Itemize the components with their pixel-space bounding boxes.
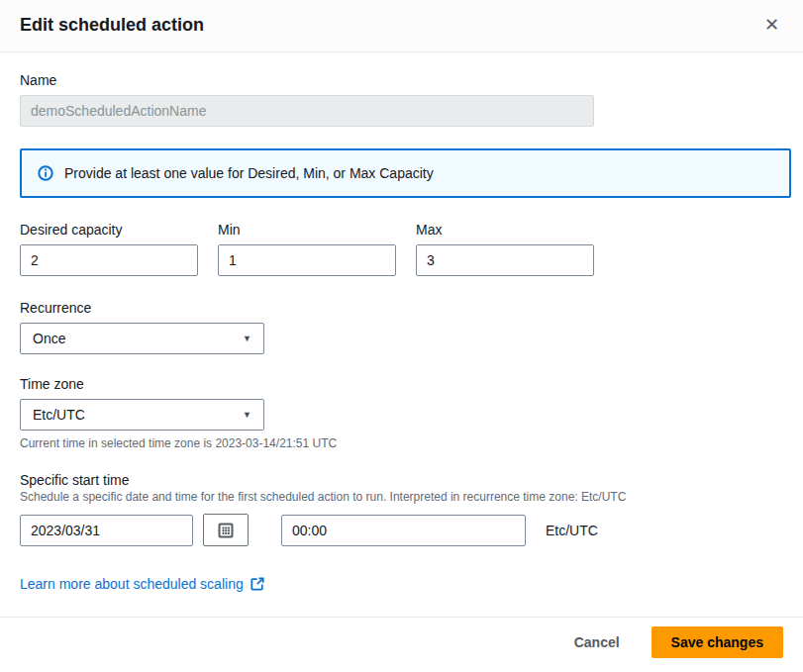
modal-footer: Cancel Save changes <box>0 617 803 672</box>
info-icon <box>38 165 53 181</box>
max-capacity-input[interactable] <box>416 244 594 276</box>
timezone-suffix-text: Etc/UTC <box>546 523 598 538</box>
cancel-button[interactable]: Cancel <box>570 628 624 656</box>
name-input <box>20 95 594 127</box>
start-time-description: Schedule a specific date and time for th… <box>20 490 783 504</box>
timezone-field-group: Time zone Etc/UTC ▼ Current time in sele… <box>20 376 783 450</box>
capacity-row: Desired capacity Min Max <box>20 222 783 276</box>
desired-capacity-input[interactable] <box>20 244 198 276</box>
max-capacity-field-group: Max <box>416 222 594 276</box>
calendar-icon <box>218 523 234 538</box>
modal-header: Edit scheduled action ✕ <box>0 0 803 52</box>
external-link-icon <box>251 577 264 591</box>
min-capacity-label: Min <box>218 222 396 238</box>
start-date-input[interactable] <box>20 515 193 546</box>
caret-down-icon: ▼ <box>243 411 251 420</box>
desired-capacity-label: Desired capacity <box>20 222 198 238</box>
recurrence-select[interactable]: Once ▼ <box>20 323 264 354</box>
learn-more-link[interactable]: Learn more about scheduled scaling <box>20 576 264 592</box>
close-button[interactable]: ✕ <box>760 12 783 38</box>
close-icon: ✕ <box>764 15 779 35</box>
recurrence-label: Recurrence <box>20 300 783 316</box>
modal-title: Edit scheduled action <box>20 15 204 36</box>
min-capacity-field-group: Min <box>218 222 396 276</box>
name-field-group: Name <box>20 72 783 127</box>
calendar-button[interactable] <box>203 514 249 546</box>
min-capacity-input[interactable] <box>218 244 396 276</box>
save-changes-button[interactable]: Save changes <box>652 626 783 658</box>
start-time-label: Specific start time <box>20 472 783 488</box>
desired-capacity-field-group: Desired capacity <box>20 222 198 276</box>
info-alert: Provide at least one value for Desired, … <box>20 148 791 198</box>
start-time-row: Etc/UTC <box>20 514 783 546</box>
timezone-selected-value: Etc/UTC <box>33 407 85 423</box>
start-time-field-group: Specific start time Schedule a specific … <box>20 472 783 546</box>
learn-more-link-text: Learn more about scheduled scaling <box>20 576 244 592</box>
recurrence-selected-value: Once <box>33 331 65 346</box>
caret-down-icon: ▼ <box>243 335 251 343</box>
name-label: Name <box>20 72 783 88</box>
modal-body: Name Provide at least one value for Desi… <box>0 52 803 617</box>
timezone-helper-text: Current time in selected time zone is 20… <box>20 436 783 450</box>
edit-scheduled-action-modal: { "modal": { "title": "Edit scheduled ac… <box>0 0 803 672</box>
alert-text: Provide at least one value for Desired, … <box>64 165 434 181</box>
recurrence-field-group: Recurrence Once ▼ <box>20 300 783 354</box>
max-capacity-label: Max <box>416 222 594 238</box>
start-time-input[interactable] <box>281 515 526 546</box>
timezone-label: Time zone <box>20 376 783 392</box>
timezone-select[interactable]: Etc/UTC ▼ <box>20 399 264 431</box>
